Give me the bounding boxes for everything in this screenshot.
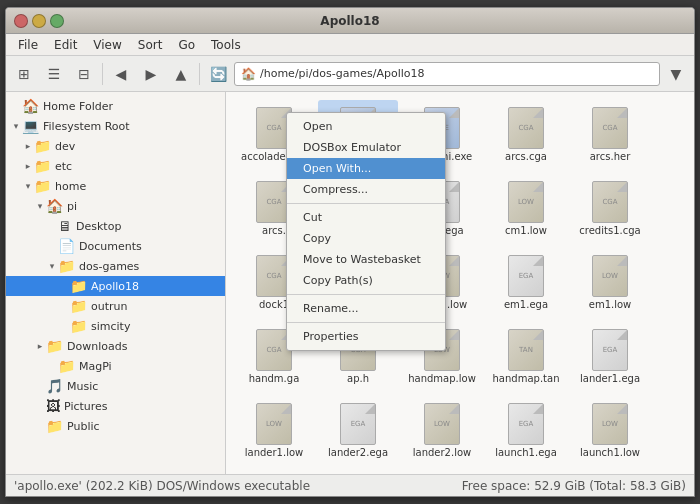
expand-icon-home[interactable] <box>22 180 34 192</box>
sidebar-item-dos-games[interactable]: 📁 dos-games <box>6 256 225 276</box>
toolbar-list-view[interactable]: ☰ <box>40 60 68 88</box>
window-controls <box>14 14 64 28</box>
expand-icon-dos-games[interactable] <box>46 260 58 272</box>
file-name: handmap.tan <box>493 373 560 385</box>
file-name: lander1.low <box>245 447 303 459</box>
context-menu-item[interactable]: Cut <box>287 207 445 228</box>
sidebar-label-pictures: Pictures <box>64 400 108 413</box>
file-icon: EGA <box>340 403 376 445</box>
menu-sort[interactable]: Sort <box>130 36 171 54</box>
expand-icon-fs-root[interactable] <box>10 120 22 132</box>
file-item[interactable]: HERmoonmen.her <box>486 470 566 474</box>
expand-icon-etc[interactable] <box>22 160 34 172</box>
file-icon: LOW <box>592 255 628 297</box>
address-text: /home/pi/dos-games/Apollo18 <box>260 67 653 80</box>
file-icon: LOW <box>256 403 292 445</box>
sidebar-item-music[interactable]: 🎵 Music <box>6 376 225 396</box>
file-item[interactable]: CGAmission1.cga <box>234 470 314 474</box>
menu-view[interactable]: View <box>85 36 129 54</box>
file-icon: EGA <box>508 403 544 445</box>
context-menu-item[interactable]: Open With... <box>287 158 445 179</box>
sidebar-item-home-folder[interactable]: 🏠 Home Folder <box>6 96 225 116</box>
sidebar-item-outrun[interactable]: 📁 outrun <box>6 296 225 316</box>
file-icon: LOW <box>508 181 544 223</box>
context-menu-separator <box>287 322 445 323</box>
sidebar-item-documents[interactable]: 📄 Documents <box>6 236 225 256</box>
sidebar-item-magpi[interactable]: 📁 MagPi <box>6 356 225 376</box>
file-icon: TAN <box>508 329 544 371</box>
minimize-button[interactable] <box>32 14 46 28</box>
file-item[interactable]: EGAlander2.ega <box>318 396 398 466</box>
file-item[interactable]: CGAmoonmen.cga <box>318 470 398 474</box>
context-menu-separator <box>287 294 445 295</box>
menu-tools[interactable]: Tools <box>203 36 249 54</box>
pictures-icon: 🖼 <box>46 398 60 414</box>
sidebar-item-desktop[interactable]: 🖥 Desktop <box>6 216 225 236</box>
toolbar-compact-view[interactable]: ⊟ <box>70 60 98 88</box>
file-item[interactable]: LOWcm1.low <box>486 174 566 244</box>
sidebar-item-public[interactable]: 📁 Public <box>6 416 225 436</box>
file-icon: CGA <box>508 107 544 149</box>
titlebar: Apollo18 <box>6 8 694 34</box>
toolbar-icon-view1[interactable]: ⊞ <box>10 60 38 88</box>
file-item[interactable]: LOWlaunch1.low <box>570 396 650 466</box>
sidebar-item-filesystem-root[interactable]: 💻 Filesystem Root <box>6 116 225 136</box>
sidebar-item-apollo18[interactable]: 📁 Apollo18 <box>6 276 225 296</box>
file-item[interactable]: TANhandmap.tan <box>486 322 566 392</box>
file-item[interactable]: EGAlander1.ega <box>570 322 650 392</box>
context-menu-item[interactable]: Move to Wastebasket <box>287 249 445 270</box>
dev-icon: 📁 <box>34 138 51 154</box>
file-item[interactable]: LOWlander1.low <box>234 396 314 466</box>
sidebar-item-pi[interactable]: 🏠 pi <box>6 196 225 216</box>
refresh-button[interactable]: 🔄 <box>204 60 232 88</box>
menu-go[interactable]: Go <box>170 36 203 54</box>
file-area[interactable]: CGAaccolade.cgaEXEapolloEXEapollohi.exeC… <box>226 92 694 474</box>
sidebar-label-apollo18: Apollo18 <box>91 280 139 293</box>
main-content: 🏠 Home Folder 💻 Filesystem Root 📁 dev 📁 … <box>6 92 694 474</box>
expand-icon-dev[interactable] <box>22 140 34 152</box>
expand-icon-downloads[interactable] <box>34 340 46 352</box>
statusbar-left: 'apollo.exe' (202.2 KiB) DOS/Windows exe… <box>14 479 310 493</box>
file-item[interactable]: CGAarcs.her <box>570 100 650 170</box>
address-go-button[interactable]: ▼ <box>662 60 690 88</box>
sidebar-label-downloads: Downloads <box>67 340 127 353</box>
dos-games-icon: 📁 <box>58 258 75 274</box>
close-button[interactable] <box>14 14 28 28</box>
back-button[interactable]: ◀ <box>107 60 135 88</box>
filesystem-root-icon: 💻 <box>22 118 39 134</box>
file-item[interactable]: EGAlaunch1.ega <box>486 396 566 466</box>
menu-file[interactable]: File <box>10 36 46 54</box>
file-item[interactable]: CGAarcs.cga <box>486 100 566 170</box>
file-item[interactable]: EGAmoonmen.ega <box>402 470 482 474</box>
context-menu-item[interactable]: Copy Path(s) <box>287 270 445 291</box>
sidebar-item-downloads[interactable]: 📁 Downloads <box>6 336 225 356</box>
context-menu-item[interactable]: Properties <box>287 326 445 347</box>
file-name: launch1.low <box>580 447 640 459</box>
file-item[interactable]: EGAem1.ega <box>486 248 566 318</box>
forward-button[interactable]: ▶ <box>137 60 165 88</box>
context-menu-item[interactable]: DOSBox Emulator <box>287 137 445 158</box>
file-name: handmap.low <box>408 373 476 385</box>
sidebar-item-etc[interactable]: 📁 etc <box>6 156 225 176</box>
sidebar-item-dev[interactable]: 📁 dev <box>6 136 225 156</box>
sidebar-item-simcity[interactable]: 📁 simcity <box>6 316 225 336</box>
sidebar-label-documents: Documents <box>79 240 142 253</box>
address-bar[interactable]: 🏠 /home/pi/dos-games/Apollo18 <box>234 62 660 86</box>
sidebar-item-home[interactable]: 📁 home <box>6 176 225 196</box>
context-menu-item[interactable]: Open <box>287 116 445 137</box>
file-item[interactable]: CGAcredits1.cga <box>570 174 650 244</box>
context-menu-item[interactable]: Copy <box>287 228 445 249</box>
expand-icon-pi[interactable] <box>34 200 46 212</box>
up-button[interactable]: ▲ <box>167 60 195 88</box>
sidebar-item-pictures[interactable]: 🖼 Pictures <box>6 396 225 416</box>
file-item[interactable]: LOWem1.low <box>570 248 650 318</box>
sidebar-label-public: Public <box>67 420 100 433</box>
menu-edit[interactable]: Edit <box>46 36 85 54</box>
file-item[interactable]: LOWlander2.low <box>402 396 482 466</box>
file-item[interactable]: LOWmoonmen.low <box>570 470 650 474</box>
sidebar-label-home-folder: Home Folder <box>43 100 113 113</box>
context-menu-item[interactable]: Compress... <box>287 179 445 200</box>
context-menu-item[interactable]: Rename... <box>287 298 445 319</box>
separator2 <box>199 63 200 85</box>
maximize-button[interactable] <box>50 14 64 28</box>
